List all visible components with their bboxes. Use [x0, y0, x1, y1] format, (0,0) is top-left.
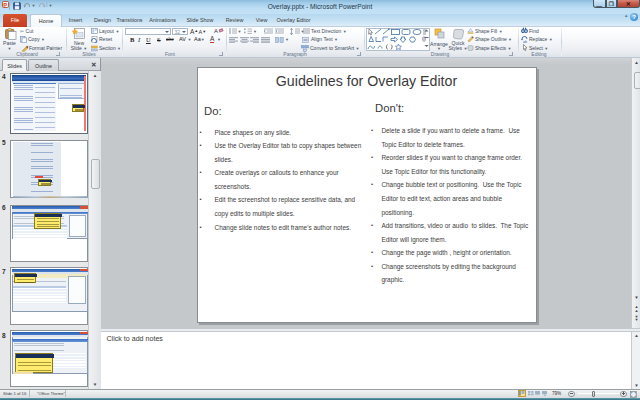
svg-text:ab: ab [523, 40, 527, 43]
